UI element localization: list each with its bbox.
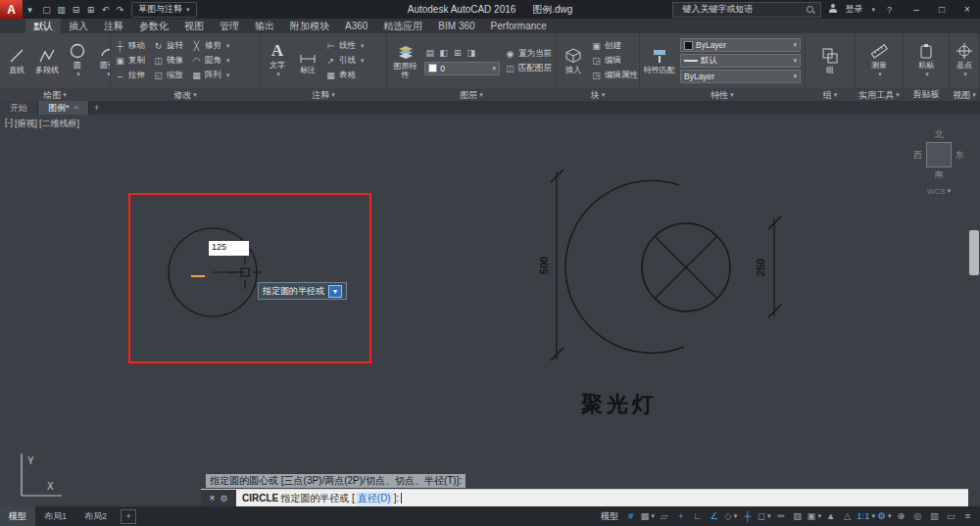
tool-arc[interactable]: 圆弧 — [95, 42, 110, 79]
file-tab-current[interactable]: 图例* × — [38, 101, 89, 115]
tool-stretch[interactable]: ↔拉伸 — [115, 70, 145, 82]
tool-mirror[interactable]: ◫镜像 — [153, 55, 183, 68]
object-color-dropdown[interactable]: ByLayer ▾ — [680, 38, 801, 52]
maximize-button[interactable]: □ — [929, 0, 955, 19]
drawing-area[interactable]: 500 250 聚光灯 Y X [-] [俯视] [二维线框] — [0, 115, 980, 506]
tool-edit-attributes[interactable]: ◳编辑属性 — [591, 70, 639, 82]
tool-table[interactable]: ▦表格 — [325, 70, 365, 82]
ribbon-tab-addins[interactable]: 附加模块 — [282, 19, 337, 33]
annotation-visibility-icon[interactable]: ▲ — [822, 507, 839, 525]
dimension-250[interactable] — [768, 216, 781, 317]
minimize-button[interactable]: – — [904, 0, 929, 19]
tool-circle[interactable]: 圆 — [65, 42, 90, 79]
transparency-icon[interactable]: ▨ — [789, 507, 806, 525]
search-icon[interactable] — [806, 5, 815, 15]
tool-make-current[interactable]: ◉置为当前 — [505, 47, 552, 60]
ribbon-tab-home[interactable]: 默认 — [25, 19, 61, 33]
object-snap-icon[interactable]: ◻ — [756, 507, 772, 525]
tool-linear-dim[interactable]: ⊢线性 — [325, 40, 365, 53]
tool-create-block[interactable]: ▣创建 — [591, 40, 639, 53]
dynamic-input-icon[interactable]: + — [672, 507, 689, 525]
ribbon-tab-a360[interactable]: A360 — [337, 19, 375, 33]
tool-base-point[interactable]: 基点 — [952, 42, 977, 79]
annotation-monitor-icon[interactable]: ⊕ — [893, 507, 909, 525]
panel-annotation-label[interactable]: 注释 — [261, 88, 386, 101]
viewcube[interactable]: 北 西 东 南 WCS — [907, 128, 970, 196]
viewport-view-button[interactable]: [俯视] — [15, 118, 37, 130]
panel-block-label[interactable]: 块 — [557, 88, 639, 101]
viewcube-wcs-menu[interactable]: WCS — [907, 187, 970, 196]
lineweight-display-icon[interactable]: ═ — [772, 507, 789, 525]
tool-measure[interactable]: 测量 — [866, 42, 892, 79]
panel-modify-label[interactable]: 修改 — [111, 88, 260, 101]
layout-tab-layout2[interactable]: 布局2 — [75, 506, 116, 526]
panel-draw-label[interactable]: 绘图 — [0, 88, 110, 101]
dynamic-input-field[interactable]: 125 — [208, 240, 250, 257]
close-button[interactable]: × — [955, 0, 980, 19]
isometric-drafting-icon[interactable]: ◇ — [722, 507, 739, 525]
tool-group[interactable]: 组 — [817, 47, 843, 74]
model-space-button[interactable]: 模型 — [597, 510, 622, 523]
panel-layers-label[interactable]: 图层 — [387, 88, 556, 101]
tool-fillet[interactable]: ◠圆角 — [191, 55, 230, 68]
panel-groups-label[interactable]: 组 — [806, 88, 855, 101]
navigation-bar[interactable] — [969, 230, 979, 275]
ribbon-tab-featured-apps[interactable]: 精选应用 — [375, 19, 430, 33]
panel-properties-label[interactable]: 特性 — [640, 88, 805, 101]
viewcube-south[interactable]: 南 — [907, 168, 970, 181]
save-icon[interactable]: ⊟ — [69, 5, 83, 15]
tool-edit-block[interactable]: ◲编辑 — [591, 55, 639, 68]
infer-constraints-icon[interactable]: ▱ — [656, 507, 672, 525]
annotation-scale-button[interactable]: 1:1 — [856, 507, 876, 525]
panel-view-label[interactable]: 视图 — [950, 88, 979, 101]
tool-scale[interactable]: ◱缩放 — [153, 70, 183, 82]
command-input[interactable]: CIRCLE 指定圆的半径或 [ 直径(D) ]: — [236, 490, 968, 506]
app-menu-caret-icon[interactable]: ▾ — [23, 5, 37, 15]
tool-trim[interactable]: ╳修剪 — [191, 40, 230, 53]
viewcube-top-face[interactable] — [926, 142, 952, 167]
tool-dimension[interactable]: 标注 — [295, 47, 320, 74]
command-customize-icon[interactable]: ⚙ — [220, 494, 227, 503]
linetype-dropdown[interactable]: ByLayer ▾ — [680, 70, 801, 83]
undo-icon[interactable]: ↶ — [98, 5, 113, 15]
viewcube-west[interactable]: 西 — [913, 149, 922, 162]
tool-insert-block[interactable]: 插入 — [561, 47, 586, 74]
ribbon-tab-view[interactable]: 视图 — [176, 19, 212, 33]
annotation-autoscale-icon[interactable]: △ — [839, 507, 856, 525]
tool-rotate[interactable]: ↻旋转 — [153, 40, 183, 53]
ribbon-tab-performance[interactable]: Performance — [483, 19, 555, 33]
tool-polyline[interactable]: 多段线 — [34, 47, 60, 74]
plot-icon[interactable]: ⊞ — [83, 5, 98, 15]
drawing-title-text[interactable]: 聚光灯 — [580, 392, 658, 416]
file-tab-close-icon[interactable]: × — [74, 101, 79, 115]
layer-select-dropdown[interactable]: 0 ▾ — [424, 62, 500, 75]
ribbon-tab-output[interactable]: 输出 — [247, 19, 282, 33]
tool-leader[interactable]: ↗引线 — [325, 55, 365, 68]
help-search-input[interactable]: 键入关键字或短语 — [672, 2, 821, 18]
hardware-acceleration-icon[interactable]: ▥ — [926, 507, 943, 525]
viewcube-north[interactable]: 北 — [907, 128, 970, 141]
tool-array[interactable]: ▦阵列 — [191, 70, 230, 82]
snap-mode-icon[interactable]: ▦ — [639, 507, 656, 525]
panel-clipboard-label[interactable]: 剪贴板 — [904, 88, 949, 101]
new-drawing-tab-button[interactable]: + — [89, 101, 104, 115]
dimension-500[interactable] — [551, 169, 564, 360]
signin-caret-icon[interactable] — [869, 4, 875, 15]
tool-text[interactable]: A 文字 — [265, 42, 290, 79]
tool-copy[interactable]: ▣复制 — [115, 55, 145, 68]
tool-move[interactable]: ┼移动 — [115, 40, 145, 53]
layer-isolate-icon[interactable]: ◧ — [438, 48, 449, 58]
ribbon-tab-manage[interactable]: 管理 — [212, 19, 247, 33]
tool-line[interactable]: 直线 — [4, 47, 29, 74]
polar-tracking-icon[interactable]: ∠ — [706, 507, 722, 525]
ribbon-tab-insert[interactable]: 插入 — [61, 19, 96, 33]
selection-cycling-icon[interactable]: ▣ — [806, 507, 822, 525]
redo-icon[interactable]: ↷ — [113, 5, 127, 15]
command-close-icon[interactable]: × — [210, 493, 216, 503]
lineweight-dropdown[interactable]: 默认 ▾ — [680, 54, 801, 68]
layout-tab-layout1[interactable]: 布局1 — [35, 506, 75, 526]
layout-tab-model[interactable]: 模型 — [0, 506, 35, 526]
viewcube-east[interactable]: 东 — [956, 149, 964, 162]
ribbon-tab-bim360[interactable]: BIM 360 — [430, 19, 482, 33]
command-option-diameter[interactable]: 直径(D) — [356, 492, 393, 505]
